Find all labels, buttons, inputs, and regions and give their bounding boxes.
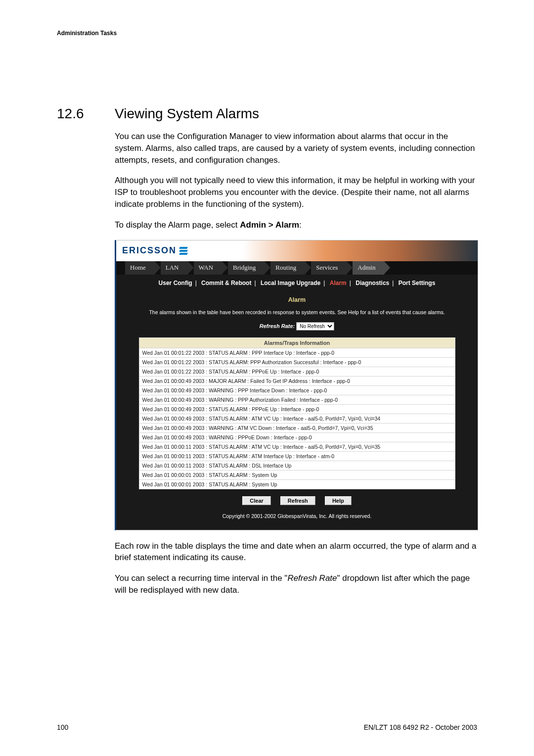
- footer-doc-id: EN/LZT 108 6492 R2 - October 2003: [364, 723, 477, 731]
- table-row: Wed Jan 01 00:01:22 2003 : STATUS ALARM …: [139, 348, 455, 357]
- embedded-screenshot: ERICSSON Home LAN WAN Bridging Routing S…: [115, 240, 478, 530]
- table-row: Wed Jan 01 00:00:11 2003 : STATUS ALARM …: [139, 451, 455, 461]
- table-row: Wed Jan 01 00:00:49 2003 : MAJOR ALARM :…: [139, 376, 455, 385]
- alarm-table: Alarms/Traps Information Wed Jan 01 00:0…: [139, 337, 455, 489]
- table-row: Wed Jan 01 00:00:49 2003 : STATUS ALARM …: [139, 404, 455, 414]
- subnav-commit-reboot[interactable]: Commit & Reboot: [199, 280, 253, 286]
- page-header: Administration Tasks: [57, 30, 477, 37]
- table-row: Wed Jan 01 00:00:49 2003 : WARNING : PPP…: [139, 432, 455, 442]
- subnav-alarm[interactable]: Alarm: [328, 280, 349, 286]
- paragraph-3: To display the Alarm page, select Admin …: [115, 219, 477, 231]
- tab-routing[interactable]: Routing: [270, 261, 305, 275]
- panel-description: The alarms shown in the table have been …: [125, 305, 469, 320]
- paragraph-5-italic: Refresh Rate: [287, 573, 337, 583]
- paragraph-4: Each row in the table displays the time …: [115, 540, 477, 564]
- table-row: Wed Jan 01 00:00:01 2003 : STATUS ALARM …: [139, 479, 455, 489]
- tab-home[interactable]: Home: [125, 261, 155, 275]
- subnav-port-settings[interactable]: Port Settings: [397, 280, 438, 286]
- copyright-text: Copyright © 2001-2002 GlobespanVirata, I…: [125, 508, 469, 523]
- paragraph-2: Although you will not typically need to …: [115, 175, 477, 210]
- subnav-separator: |: [194, 280, 198, 286]
- refresh-button[interactable]: Refresh: [280, 496, 315, 505]
- table-row: Wed Jan 01 00:00:11 2003 : STATUS ALARM …: [139, 461, 455, 470]
- paragraph-3-bold: Admin > Alarm: [240, 220, 299, 230]
- clear-button[interactable]: Clear: [242, 496, 271, 505]
- table-row: Wed Jan 01 00:00:49 2003 : WARNING : PPP…: [139, 385, 455, 395]
- paragraph-5-a: You can select a recurring time interval…: [115, 573, 287, 583]
- panel-title: Alarm: [125, 292, 469, 305]
- table-row: Wed Jan 01 00:00:11 2003 : STATUS ALARM …: [139, 442, 455, 451]
- paragraph-5: You can select a recurring time interval…: [115, 572, 477, 596]
- brand-logo-icon: [179, 247, 187, 255]
- primary-nav: Home LAN WAN Bridging Routing Services A…: [116, 261, 478, 275]
- paragraph-3-prefix: To display the Alarm page, select: [115, 220, 240, 230]
- logo-bar: ERICSSON: [116, 240, 478, 261]
- subnav-separator: |: [391, 280, 395, 286]
- subnav-separator: |: [349, 280, 352, 286]
- table-row: Wed Jan 01 00:01:22 2003 : STATUS ALARM:…: [139, 357, 455, 367]
- tab-wan[interactable]: WAN: [194, 261, 222, 275]
- refresh-rate-label: Refresh Rate:: [260, 323, 295, 329]
- refresh-rate-select[interactable]: No Refresh: [296, 322, 334, 331]
- subnav-separator: |: [322, 280, 326, 286]
- section-title: Viewing System Alarms: [115, 106, 259, 122]
- table-row: Wed Jan 01 00:01:22 2003 : STATUS ALARM …: [139, 367, 455, 376]
- subnav-local-image-upgrade[interactable]: Local Image Upgrade: [259, 280, 322, 286]
- tab-services[interactable]: Services: [311, 261, 347, 275]
- paragraph-3-suffix: :: [299, 220, 302, 230]
- table-row: Wed Jan 01 00:00:49 2003 : WARNING : ATM…: [139, 423, 455, 432]
- brand-logo: ERICSSON: [122, 245, 177, 256]
- table-row: Wed Jan 01 00:00:49 2003 : STATUS ALARM …: [139, 414, 455, 423]
- section-number: 12.6: [57, 106, 115, 122]
- table-row: Wed Jan 01 00:00:01 2003 : STATUS ALARM …: [139, 470, 455, 479]
- alarm-table-body: Wed Jan 01 00:01:22 2003 : STATUS ALARM …: [139, 348, 455, 489]
- tab-lan[interactable]: LAN: [161, 261, 188, 275]
- secondary-nav: User Config| Commit & Reboot| Local Imag…: [116, 275, 478, 292]
- subnav-diagnostics[interactable]: Diagnostics: [354, 280, 391, 286]
- page-number: 100: [57, 723, 68, 731]
- help-button[interactable]: Help: [325, 496, 352, 505]
- table-row: Wed Jan 01 00:00:49 2003 : WARNING : PPP…: [139, 395, 455, 404]
- subnav-separator: |: [253, 280, 257, 286]
- tab-bridging[interactable]: Bridging: [228, 261, 265, 275]
- subnav-user-config[interactable]: User Config: [157, 280, 194, 286]
- paragraph-1: You can use the Configuration Manager to…: [115, 131, 477, 166]
- alarm-table-header: Alarms/Traps Information: [139, 337, 455, 348]
- tab-admin[interactable]: Admin: [353, 261, 384, 275]
